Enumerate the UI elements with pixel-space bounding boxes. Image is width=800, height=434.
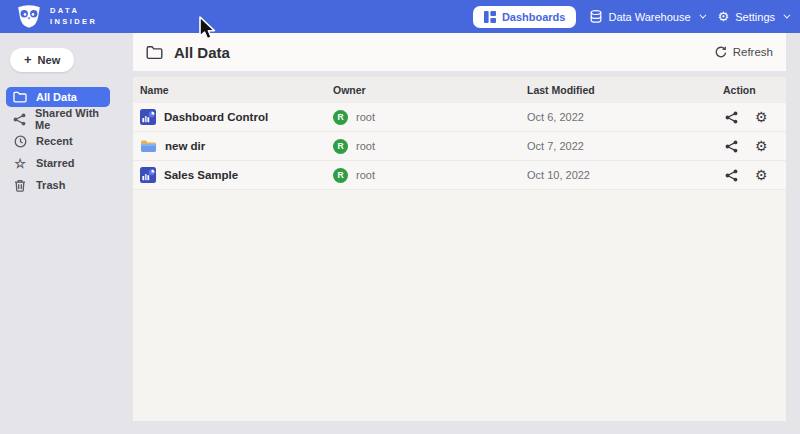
dashboard-file-icon [140,167,156,183]
page-title: All Data [174,44,230,61]
brand-line1: DATA [50,6,97,17]
chevron-down-icon [783,12,790,19]
column-header-name: Name [140,84,333,96]
file-name: new dir [165,140,205,152]
owner-name: root [356,111,375,123]
last-modified: Oct 6, 2022 [527,111,723,123]
sidebar-item-trash[interactable]: Trash [6,175,110,195]
sidebar-item-starred[interactable]: ☆ Starred [6,153,110,173]
new-button-label: New [38,54,61,66]
gear-icon[interactable]: ⚙ [755,110,768,124]
sidebar-item-label: Starred [36,157,75,169]
folder-file-icon [140,139,157,153]
share-icon[interactable] [725,169,738,182]
dashboards-label: Dashboards [502,11,566,23]
file-name: Dashboard Control [164,111,268,123]
sidebar-item-label: All Data [36,91,77,103]
last-modified: Oct 10, 2022 [527,169,723,181]
new-button[interactable]: + New [10,48,74,72]
refresh-label: Refresh [733,46,773,58]
main-content: All Data Refresh Name Owner Last Modifie… [133,33,786,434]
refresh-icon [715,46,727,58]
sidebar-item-label: Recent [36,135,73,147]
column-header-owner: Owner [333,84,527,96]
file-table: Name Owner Last Modified Action Dashboar… [133,77,786,421]
star-icon: ☆ [13,157,27,170]
brand-text: DATA INSIDER [50,6,97,28]
chevron-down-icon [699,12,706,19]
share-icon [13,113,26,126]
sidebar-item-label: Trash [36,179,65,191]
refresh-button[interactable]: Refresh [715,46,773,58]
plus-icon: + [24,55,32,65]
page-title-bar: All Data Refresh [133,33,786,71]
dashboard-icon [484,11,496,23]
avatar: R [333,110,348,125]
dashboard-file-icon [140,109,156,125]
file-name: Sales Sample [164,169,238,181]
table-header-row: Name Owner Last Modified Action [133,77,786,103]
owl-logo-icon [16,5,42,29]
database-icon [590,10,602,23]
folder-icon [146,45,163,60]
owner-name: root [356,140,375,152]
owner-name: root [356,169,375,181]
brand: DATA INSIDER [16,5,97,29]
settings-menu[interactable]: ⚙ Settings [718,10,788,23]
column-header-last-modified: Last Modified [527,84,723,96]
column-header-action: Action [723,84,786,96]
clock-icon [13,135,27,148]
sidebar-item-shared-with-me[interactable]: Shared With Me [6,109,110,129]
gear-icon[interactable]: ⚙ [755,168,768,182]
gear-icon: ⚙ [718,10,730,23]
avatar: R [333,139,348,154]
share-icon[interactable] [725,111,738,124]
avatar: R [333,168,348,183]
folder-icon [13,91,27,103]
sidebar-item-label: Shared With Me [35,107,110,131]
top-header: DATA INSIDER Dashboards Data Warehouse ⚙… [0,0,800,33]
table-row[interactable]: Sales Sample R root Oct 10, 2022 ⚙ [133,161,786,190]
share-icon[interactable] [725,140,738,153]
gear-icon[interactable]: ⚙ [755,139,768,153]
table-row[interactable]: Dashboard Control R root Oct 6, 2022 ⚙ [133,103,786,132]
last-modified: Oct 7, 2022 [527,140,723,152]
brand-line2: INSIDER [50,17,97,28]
sidebar-nav: All Data Shared With Me Recent [0,87,131,195]
sidebar-item-all-data[interactable]: All Data [6,87,110,107]
table-row[interactable]: new dir R root Oct 7, 2022 ⚙ [133,132,786,161]
settings-label: Settings [735,11,775,23]
trash-icon [13,179,27,192]
dashboards-button[interactable]: Dashboards [473,6,577,28]
data-warehouse-menu[interactable]: Data Warehouse [590,10,703,23]
header-nav: Dashboards Data Warehouse ⚙ Settings [473,6,788,28]
data-warehouse-label: Data Warehouse [608,11,690,23]
sidebar-item-recent[interactable]: Recent [6,131,110,151]
sidebar: + New All Data Shared With Me [0,33,131,434]
